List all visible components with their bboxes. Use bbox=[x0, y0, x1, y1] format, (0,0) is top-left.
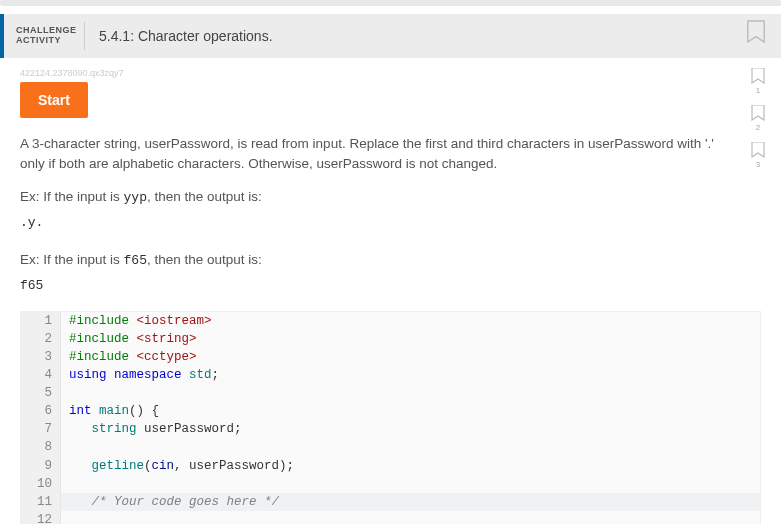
line-number: 10 bbox=[21, 475, 61, 493]
line-number: 4 bbox=[21, 366, 61, 384]
line-number: 3 bbox=[21, 348, 61, 366]
code-line[interactable]: 11 /* Your code goes here */ bbox=[21, 493, 760, 511]
code-content[interactable]: using namespace std; bbox=[61, 366, 760, 384]
line-number: 7 bbox=[21, 420, 61, 438]
code-line[interactable]: 4using namespace std; bbox=[21, 366, 760, 384]
line-number: 1 bbox=[21, 312, 61, 330]
example-1-output: .y. bbox=[20, 215, 761, 230]
example-1-prompt: Ex: If the input is yyp, then the output… bbox=[20, 189, 761, 205]
step-bookmarks: 123 bbox=[751, 68, 765, 169]
code-content[interactable] bbox=[61, 384, 760, 402]
code-editor[interactable]: 1#include <iostream>2#include <string>3#… bbox=[20, 311, 761, 525]
activity-header: CHALLENGE ACTIVITY 5.4.1: Character oper… bbox=[0, 14, 781, 58]
top-separator bbox=[0, 0, 781, 6]
example-2-output: f65 bbox=[20, 278, 761, 293]
step-bookmark-label: 3 bbox=[756, 160, 760, 169]
ex1-suffix: , then the output is: bbox=[147, 189, 262, 204]
code-line[interactable]: 5 bbox=[21, 384, 760, 402]
line-number: 2 bbox=[21, 330, 61, 348]
step-bookmark-1[interactable]: 1 bbox=[751, 68, 765, 95]
code-content[interactable]: string userPassword; bbox=[61, 420, 760, 438]
code-line[interactable]: 7 string userPassword; bbox=[21, 420, 760, 438]
code-line[interactable]: 3#include <cctype> bbox=[21, 348, 760, 366]
code-line[interactable]: 9 getline(cin, userPassword); bbox=[21, 457, 760, 475]
step-bookmark-label: 1 bbox=[756, 86, 760, 95]
code-content[interactable]: getline(cin, userPassword); bbox=[61, 457, 760, 475]
line-number: 6 bbox=[21, 402, 61, 420]
line-number: 12 bbox=[21, 511, 61, 524]
step-bookmark-2[interactable]: 2 bbox=[751, 105, 765, 132]
code-content[interactable]: #include <string> bbox=[61, 330, 760, 348]
step-bookmark-3[interactable]: 3 bbox=[751, 142, 765, 169]
badge-line2: ACTIVITY bbox=[16, 35, 61, 45]
code-line[interactable]: 6int main() { bbox=[21, 402, 760, 420]
hash-id: 422124.2378090.qx3zqy7 bbox=[20, 68, 761, 78]
problem-description: A 3-character string, userPassword, is r… bbox=[20, 134, 720, 175]
ex2-prefix: Ex: If the input is bbox=[20, 252, 124, 267]
example-2-prompt: Ex: If the input is f65, then the output… bbox=[20, 252, 761, 268]
step-bookmark-label: 2 bbox=[756, 123, 760, 132]
header-divider bbox=[84, 22, 85, 50]
ex2-input: f65 bbox=[124, 253, 147, 268]
line-number: 9 bbox=[21, 457, 61, 475]
header-badge: CHALLENGE ACTIVITY bbox=[16, 26, 74, 46]
line-number: 8 bbox=[21, 438, 61, 456]
ex2-suffix: , then the output is: bbox=[147, 252, 262, 267]
code-line[interactable]: 8 bbox=[21, 438, 760, 456]
start-button[interactable]: Start bbox=[20, 82, 88, 118]
ex1-prefix: Ex: If the input is bbox=[20, 189, 124, 204]
badge-line1: CHALLENGE bbox=[16, 25, 77, 35]
code-content[interactable]: #include <cctype> bbox=[61, 348, 760, 366]
code-content[interactable] bbox=[61, 475, 760, 493]
code-line[interactable]: 2#include <string> bbox=[21, 330, 760, 348]
code-content[interactable]: /* Your code goes here */ bbox=[61, 493, 760, 511]
code-line[interactable]: 1#include <iostream> bbox=[21, 312, 760, 330]
code-content[interactable] bbox=[61, 438, 760, 456]
code-content[interactable]: int main() { bbox=[61, 402, 760, 420]
code-content[interactable] bbox=[61, 511, 760, 524]
code-content[interactable]: #include <iostream> bbox=[61, 312, 760, 330]
line-number: 11 bbox=[21, 493, 61, 511]
code-line[interactable]: 12 bbox=[21, 511, 760, 524]
content-area: 123 422124.2378090.qx3zqy7 Start A 3-cha… bbox=[0, 58, 781, 524]
activity-title: 5.4.1: Character operations. bbox=[99, 28, 273, 44]
code-line[interactable]: 10 bbox=[21, 475, 760, 493]
ex1-input: yyp bbox=[124, 190, 147, 205]
line-number: 5 bbox=[21, 384, 61, 402]
bookmark-icon[interactable] bbox=[745, 20, 767, 44]
